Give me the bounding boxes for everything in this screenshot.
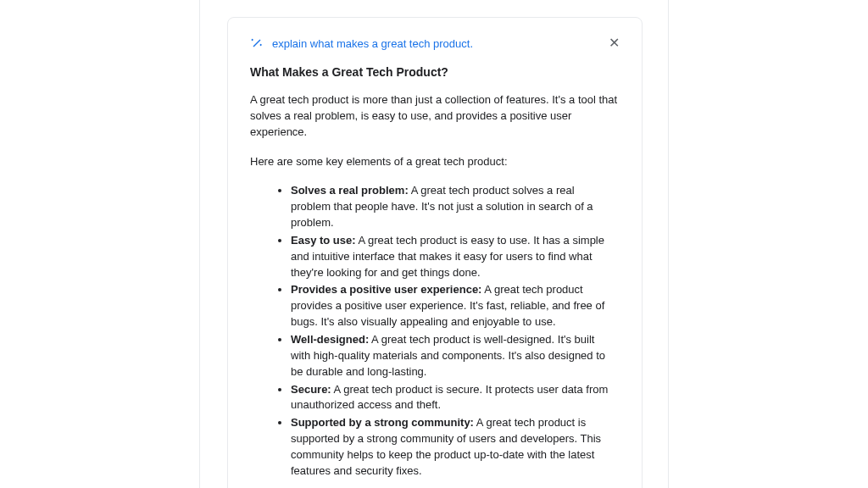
list-item: Provides a positive user experience: A g…	[291, 282, 620, 330]
bullet-list: Solves a real problem: A great tech prod…	[250, 183, 620, 479]
content-lead-in: Here are some key elements of a great te…	[250, 154, 620, 170]
list-item: Supported by a strong community: A great…	[291, 415, 620, 479]
close-icon[interactable]: ✕	[609, 36, 620, 50]
prompt-text: explain what makes a great tech product.	[272, 37, 473, 50]
content-intro: A great tech product is more than just a…	[250, 92, 620, 141]
list-item: Secure: A great tech product is secure. …	[291, 382, 620, 414]
content-title: What Makes a Great Tech Product?	[250, 65, 620, 79]
prompt-row: explain what makes a great tech product.	[250, 36, 473, 50]
list-item: Solves a real problem: A great tech prod…	[291, 183, 620, 231]
content-body: What Makes a Great Tech Product? A great…	[250, 65, 620, 488]
card-header: explain what makes a great tech product.…	[250, 36, 620, 50]
suggestion-card: explain what makes a great tech product.…	[227, 17, 643, 488]
magic-wand-icon	[250, 36, 264, 50]
list-item: Easy to use: A great tech product is eas…	[291, 233, 620, 281]
list-item: Well-designed: A great tech product is w…	[291, 332, 620, 380]
